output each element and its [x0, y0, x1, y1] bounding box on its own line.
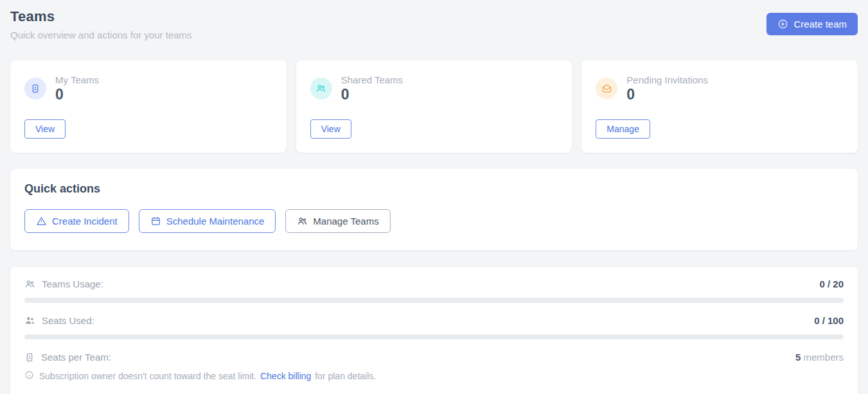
- calendar-icon: [150, 216, 161, 227]
- manage-teams-label: Manage Teams: [313, 216, 378, 227]
- seat-limit-note: Subscription owner doesn't count toward …: [24, 370, 844, 382]
- users-icon: [297, 216, 308, 227]
- seats-per-team-unit: members: [803, 352, 844, 363]
- check-billing-link[interactable]: Check billing: [260, 371, 311, 381]
- id-badge-icon: [24, 352, 35, 363]
- page-title: Teams: [10, 8, 192, 25]
- stat-card-pending-invitations: Pending Invitations 0 Manage: [581, 60, 858, 153]
- teams-usage-label: Teams Usage:: [42, 278, 103, 289]
- teams-page: Teams Quick overview and actions for you…: [0, 0, 868, 394]
- note-text-after: for plan details.: [315, 371, 376, 381]
- note-text-before: Subscription owner doesn't count toward …: [39, 371, 256, 381]
- seats-per-team-label: Seats per Team:: [41, 352, 111, 363]
- seats-per-team-row: Seats per Team: 5 members: [24, 352, 844, 363]
- seats-used-row: Seats Used: 0 / 100: [24, 315, 844, 326]
- shared-teams-view-button[interactable]: View: [310, 119, 351, 139]
- users-outline-icon: [24, 278, 35, 289]
- stat-card-my-teams: My Teams 0 View: [10, 60, 287, 153]
- teams-usage-row: Teams Usage: 0 / 20: [24, 278, 844, 289]
- schedule-maintenance-label: Schedule Maintenance: [166, 216, 265, 227]
- teams-usage-value: 0 / 20: [819, 278, 844, 289]
- page-subtitle: Quick overview and actions for your team…: [10, 30, 192, 40]
- mail-envelope-icon: [596, 78, 617, 99]
- stat-value: 0: [341, 87, 403, 102]
- teams-usage-progressbar: [24, 298, 844, 303]
- usage-panel: Teams Usage: 0 / 20 Seats Used: 0 / 100: [10, 267, 858, 394]
- warning-triangle-icon: [36, 216, 47, 227]
- my-teams-view-button[interactable]: View: [24, 119, 66, 139]
- manage-teams-button[interactable]: Manage Teams: [285, 209, 390, 233]
- info-circle-icon: [24, 370, 34, 382]
- seats-used-value: 0 / 100: [814, 315, 844, 326]
- quick-actions-title: Quick actions: [24, 182, 844, 196]
- stat-card-shared-teams: Shared Teams 0 View: [296, 60, 572, 153]
- schedule-maintenance-button[interactable]: Schedule Maintenance: [139, 209, 276, 233]
- id-badge-icon: [24, 78, 46, 99]
- page-header-text: Teams Quick overview and actions for you…: [10, 8, 192, 40]
- seats-used-progressbar: [24, 334, 844, 339]
- page-header: Teams Quick overview and actions for you…: [10, 8, 858, 40]
- stat-value: 0: [626, 87, 708, 102]
- seats-used-label: Seats Used:: [42, 315, 94, 326]
- stat-label: Pending Invitations: [626, 74, 708, 85]
- create-team-label: Create team: [793, 19, 847, 30]
- stat-label: Shared Teams: [341, 74, 403, 85]
- stat-label: My Teams: [55, 74, 99, 85]
- stat-cards-row: My Teams 0 View Shared Teams: [10, 60, 858, 153]
- quick-actions-buttons: Create Incident Schedule Maintenance: [24, 209, 844, 233]
- users-icon: [310, 78, 332, 99]
- quick-actions-panel: Quick actions Create Incident: [10, 169, 858, 250]
- create-incident-label: Create Incident: [52, 216, 118, 227]
- stat-value: 0: [55, 87, 99, 102]
- create-team-button[interactable]: Create team: [766, 13, 858, 35]
- users-filled-icon: [24, 315, 35, 326]
- create-incident-button[interactable]: Create Incident: [24, 209, 129, 233]
- pending-invitations-manage-button[interactable]: Manage: [596, 119, 650, 139]
- seats-per-team-value: 5 members: [795, 352, 844, 363]
- plus-circle-icon: [777, 19, 788, 30]
